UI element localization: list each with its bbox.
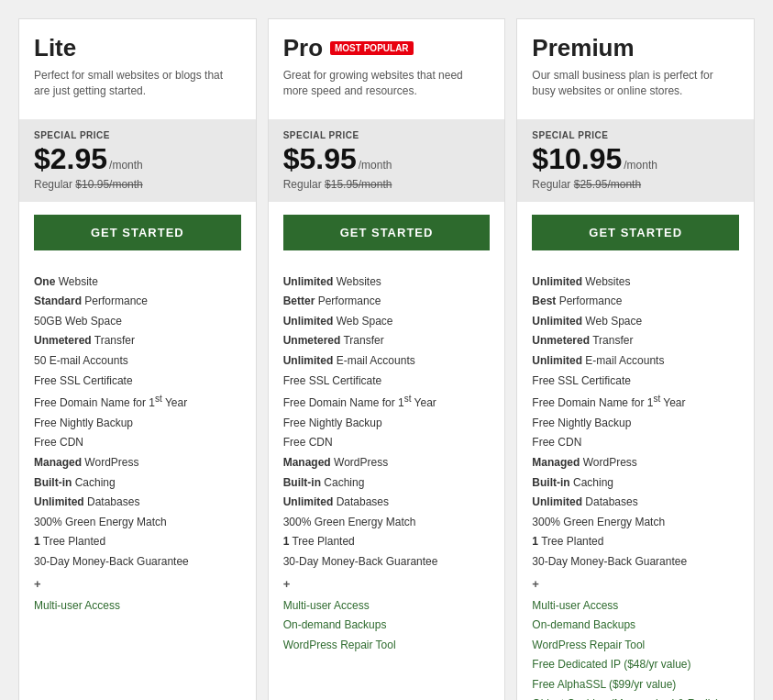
plan-desc-lite: Perfect for small websites or blogs that…: [34, 68, 241, 99]
feature-item: Unmetered Transfer: [532, 331, 739, 351]
feature-extra: Free Dedicated IP ($48/yr value): [532, 655, 739, 675]
plan-header-premium: PremiumOur small business plan is perfec…: [517, 19, 754, 110]
plan-title-lite: Lite: [34, 34, 241, 62]
price-section-premium: SPECIAL PRICE$10.95/monthRegular $25.95/…: [517, 119, 754, 202]
feature-item: 50 E-mail Accounts: [34, 351, 241, 372]
feature-extra: On-demand Backups: [532, 616, 739, 636]
feature-item: Built-in Caching: [532, 473, 739, 494]
feature-item: 1 Tree Planted: [34, 532, 241, 552]
price-per-month-premium: /month: [624, 159, 657, 172]
feature-item: Best Performance: [532, 292, 739, 312]
plan-desc-pro: Great for growing websites that need mor…: [283, 68, 491, 99]
price-per-month-pro: /month: [359, 159, 392, 172]
get-started-button-premium[interactable]: GET STARTED: [532, 215, 739, 250]
plan-title-text-lite: Lite: [34, 34, 76, 62]
feature-item: Unlimited Databases: [283, 493, 491, 513]
feature-item: Unlimited E-mail Accounts: [532, 351, 739, 372]
feature-plus: +: [283, 572, 491, 596]
price-main-lite: $2.95/month: [34, 142, 241, 176]
cta-section-premium: GET STARTED: [517, 202, 754, 263]
features-section-lite: One WebsiteStandard Performance50GB Web …: [19, 263, 256, 700]
price-regular-premium: Regular $25.95/month: [532, 178, 739, 191]
feature-extra: WordPress Repair Tool: [532, 636, 739, 656]
feature-item: Free CDN: [283, 433, 491, 453]
cta-section-lite: GET STARTED: [19, 202, 256, 263]
features-section-pro: Unlimited WebsitesBetter PerformanceUnli…: [269, 263, 505, 700]
get-started-button-lite[interactable]: GET STARTED: [34, 215, 241, 250]
feature-item: Unlimited Databases: [34, 493, 241, 513]
feature-item: 30-Day Money-Back Guarantee: [34, 552, 241, 572]
plan-title-pro: ProMOST POPULAR: [283, 34, 491, 62]
feature-item: Standard Performance: [34, 292, 241, 312]
price-regular-pro: Regular $15.95/month: [283, 178, 491, 191]
feature-item: Free Nightly Backup: [34, 414, 241, 434]
feature-extra: WordPress Repair Tool: [283, 636, 491, 656]
feature-item: Free Domain Name for 1st Year: [34, 391, 241, 414]
feature-item: 300% Green Energy Match: [283, 513, 491, 533]
price-dollar-pro: $5.95: [283, 142, 357, 176]
plan-title-text-pro: Pro: [283, 34, 323, 62]
feature-item: Managed WordPress: [283, 453, 491, 473]
plan-card-pro: ProMOST POPULARGreat for growing website…: [268, 18, 506, 700]
feature-item: Built-in Caching: [283, 473, 491, 494]
price-main-premium: $10.95/month: [532, 142, 739, 176]
feature-item: Free Domain Name for 1st Year: [532, 391, 739, 414]
get-started-button-pro[interactable]: GET STARTED: [283, 215, 491, 250]
feature-item: Free CDN: [34, 433, 241, 453]
plan-card-lite: LitePerfect for small websites or blogs …: [18, 18, 257, 700]
price-dollar-lite: $2.95: [34, 142, 107, 176]
feature-item: Free SSL Certificate: [532, 372, 739, 392]
feature-item: Unlimited E-mail Accounts: [283, 351, 491, 372]
cta-section-pro: GET STARTED: [269, 202, 505, 263]
special-price-label-premium: SPECIAL PRICE: [532, 130, 739, 140]
price-regular-lite: Regular $10.95/month: [34, 178, 241, 191]
price-per-month-lite: /month: [109, 159, 143, 172]
feature-extra: Multi-user Access: [34, 596, 241, 617]
feature-item: 1 Tree Planted: [283, 532, 491, 552]
pricing-table: LitePerfect for small websites or blogs …: [18, 18, 755, 700]
most-popular-badge: MOST POPULAR: [330, 41, 414, 55]
feature-item: Free SSL Certificate: [34, 372, 241, 392]
feature-item: Built-in Caching: [34, 473, 241, 494]
feature-item: Better Performance: [283, 292, 491, 312]
feature-item: Unlimited Web Space: [283, 312, 491, 332]
price-main-pro: $5.95/month: [283, 142, 491, 176]
feature-extra: Multi-user Access: [532, 596, 739, 617]
feature-item: Free CDN: [532, 433, 739, 453]
feature-item: Unmetered Transfer: [283, 331, 491, 351]
feature-item: 30-Day Money-Back Guarantee: [532, 552, 739, 572]
plan-title-text-premium: Premium: [532, 34, 634, 62]
price-section-pro: SPECIAL PRICE$5.95/monthRegular $15.95/m…: [269, 119, 505, 202]
price-dollar-premium: $10.95: [532, 142, 622, 176]
feature-item: Free Domain Name for 1st Year: [283, 391, 491, 414]
feature-item: Unlimited Websites: [283, 272, 491, 293]
feature-extra: Object Caching (Memcached & Redis): [532, 694, 739, 700]
feature-item: Unlimited Websites: [532, 272, 739, 293]
plan-title-premium: Premium: [532, 34, 739, 62]
plan-header-lite: LitePerfect for small websites or blogs …: [19, 19, 256, 110]
feature-item: 1 Tree Planted: [532, 532, 739, 552]
feature-extra: Multi-user Access: [283, 596, 491, 617]
feature-item: Free Nightly Backup: [532, 414, 739, 434]
feature-item: 50GB Web Space: [34, 312, 241, 332]
features-section-premium: Unlimited WebsitesBest PerformanceUnlimi…: [517, 263, 754, 700]
feature-item: 30-Day Money-Back Guarantee: [283, 552, 491, 572]
feature-plus: +: [34, 572, 241, 596]
feature-item: One Website: [34, 272, 241, 293]
feature-item: Unlimited Databases: [532, 493, 739, 513]
special-price-label-pro: SPECIAL PRICE: [283, 130, 491, 140]
feature-item: Managed WordPress: [532, 453, 739, 473]
plan-card-premium: PremiumOur small business plan is perfec…: [516, 18, 755, 700]
feature-extra: Free AlphaSSL ($99/yr value): [532, 675, 739, 695]
feature-item: Unmetered Transfer: [34, 331, 241, 351]
feature-item: Free Nightly Backup: [283, 414, 491, 434]
feature-item: Free SSL Certificate: [283, 372, 491, 392]
feature-extra: On-demand Backups: [283, 616, 491, 636]
feature-plus: +: [532, 572, 739, 596]
price-section-lite: SPECIAL PRICE$2.95/monthRegular $10.95/m…: [19, 119, 256, 202]
plan-header-pro: ProMOST POPULARGreat for growing website…: [269, 19, 505, 110]
feature-item: 300% Green Energy Match: [532, 513, 739, 533]
feature-item: Managed WordPress: [34, 453, 241, 473]
plan-desc-premium: Our small business plan is perfect for b…: [532, 68, 739, 99]
feature-item: Unlimited Web Space: [532, 312, 739, 332]
